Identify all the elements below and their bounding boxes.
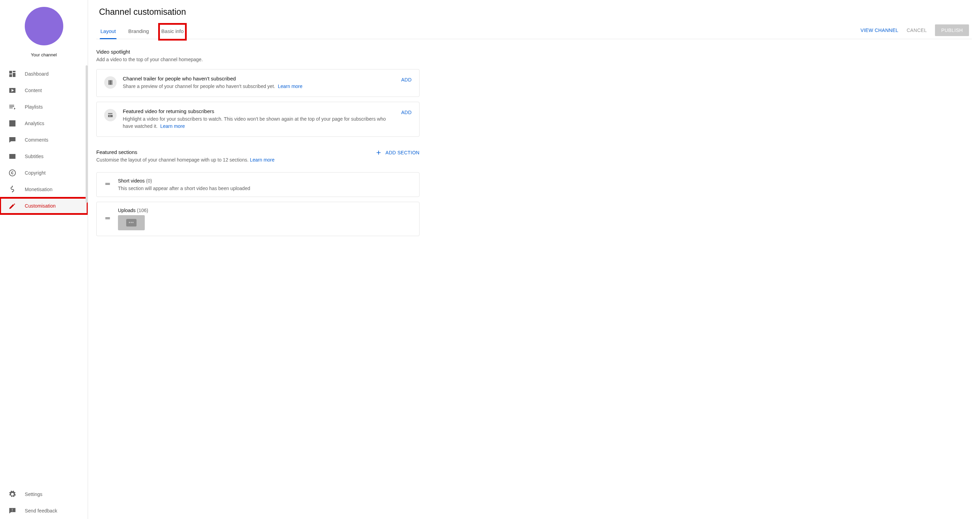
card-title: Channel trailer for people who haven't s… bbox=[123, 76, 395, 81]
dashboard-icon bbox=[8, 70, 16, 78]
spotlight-desc: Add a video to the top of your channel h… bbox=[96, 57, 420, 62]
main-content: Channel customisation Layout Branding Ba… bbox=[88, 0, 980, 519]
subtitles-icon bbox=[8, 152, 16, 160]
channel-section: Your channel bbox=[0, 0, 88, 66]
channel-label: Your channel bbox=[5, 52, 82, 57]
card-featured-video: Featured video for returning subscribers… bbox=[96, 102, 420, 137]
sidebar-item-label: Settings bbox=[25, 492, 42, 497]
featured-title: Featured sections bbox=[96, 149, 274, 155]
scrollbar[interactable] bbox=[86, 65, 88, 203]
view-channel-button[interactable]: VIEW CHANNEL bbox=[861, 27, 899, 33]
monetisation-icon bbox=[8, 185, 16, 194]
clapper-icon bbox=[104, 109, 116, 121]
featured-desc: Customise the layout of your channel hom… bbox=[96, 157, 274, 163]
content-area: Video spotlight Add a video to the top o… bbox=[96, 49, 420, 236]
learn-more-link[interactable]: Learn more bbox=[278, 84, 302, 89]
sidebar-item-label: Analytics bbox=[25, 121, 45, 126]
page-actions: VIEW CHANNEL CANCEL PUBLISH bbox=[861, 24, 972, 39]
sidebar-item-monetisation[interactable]: Monetisation bbox=[0, 181, 88, 198]
row-desc: This section will appear after a short v… bbox=[118, 186, 412, 191]
sidebar: Your channel Dashboard Content Playlists… bbox=[0, 0, 88, 519]
sidebar-item-label: Content bbox=[25, 88, 42, 93]
content-icon bbox=[8, 86, 16, 95]
sidebar-footer: Settings Send feedback bbox=[0, 486, 88, 519]
sidebar-item-analytics[interactable]: Analytics bbox=[0, 115, 88, 132]
customisation-icon bbox=[8, 202, 16, 210]
tabs: Layout Branding Basic info bbox=[99, 25, 185, 39]
sidebar-item-feedback[interactable]: Send feedback bbox=[0, 503, 88, 519]
sidebar-item-settings[interactable]: Settings bbox=[0, 486, 88, 503]
row-title: Short videos (0) bbox=[118, 178, 412, 184]
sidebar-item-dashboard[interactable]: Dashboard bbox=[0, 66, 88, 82]
sidebar-item-playlists[interactable]: Playlists bbox=[0, 98, 88, 115]
copyright-icon bbox=[8, 169, 16, 177]
drag-handle-icon[interactable] bbox=[104, 215, 111, 223]
topbar: Layout Branding Basic info VIEW CHANNEL … bbox=[96, 24, 972, 39]
sidebar-item-label: Playlists bbox=[25, 104, 43, 110]
video-thumbnail[interactable]: ••• bbox=[118, 215, 145, 230]
featured-header: Featured sections Customise the layout o… bbox=[96, 149, 420, 170]
sidebar-nav: Dashboard Content Playlists Analytics Co… bbox=[0, 66, 88, 486]
cancel-button[interactable]: CANCEL bbox=[907, 27, 927, 33]
sidebar-item-label: Send feedback bbox=[25, 508, 57, 514]
publish-button: PUBLISH bbox=[935, 24, 969, 36]
avatar[interactable] bbox=[25, 7, 63, 45]
sidebar-item-content[interactable]: Content bbox=[0, 82, 88, 98]
feedback-icon bbox=[8, 506, 16, 515]
film-icon bbox=[104, 76, 116, 89]
tab-branding[interactable]: Branding bbox=[127, 25, 150, 39]
learn-more-link[interactable]: Learn more bbox=[160, 124, 185, 129]
sidebar-item-label: Monetisation bbox=[25, 187, 52, 192]
add-trailer-button[interactable]: ADD bbox=[401, 76, 412, 83]
row-title: Uploads (106) bbox=[118, 208, 412, 213]
sidebar-item-label: Dashboard bbox=[25, 71, 48, 77]
comments-icon bbox=[8, 136, 16, 144]
add-featured-video-button[interactable]: ADD bbox=[401, 108, 412, 115]
card-title: Featured video for returning subscribers bbox=[123, 108, 395, 114]
card-desc: Share a preview of your channel for peop… bbox=[123, 83, 395, 90]
analytics-icon bbox=[8, 119, 16, 127]
svg-point-0 bbox=[9, 170, 16, 176]
sidebar-item-customisation[interactable]: Customisation bbox=[0, 198, 88, 214]
section-row-short-videos: Short videos (0) This section will appea… bbox=[96, 172, 420, 197]
section-row-uploads: Uploads (106) ••• bbox=[96, 202, 420, 236]
drag-handle-icon[interactable] bbox=[104, 181, 111, 189]
tab-basic-info[interactable]: Basic info bbox=[160, 25, 185, 39]
card-channel-trailer: Channel trailer for people who haven't s… bbox=[96, 69, 420, 97]
playlists-icon bbox=[8, 103, 16, 111]
sidebar-item-comments[interactable]: Comments bbox=[0, 132, 88, 148]
card-desc: Highlight a video for your subscribers t… bbox=[123, 116, 395, 130]
sidebar-item-label: Copyright bbox=[25, 170, 46, 176]
learn-more-link[interactable]: Learn more bbox=[250, 157, 275, 163]
add-section-button[interactable]: ADD SECTION bbox=[375, 149, 420, 156]
plus-icon bbox=[375, 149, 382, 156]
sidebar-item-subtitles[interactable]: Subtitles bbox=[0, 148, 88, 165]
page-title: Channel customisation bbox=[99, 7, 972, 17]
settings-icon bbox=[8, 490, 16, 498]
spotlight-title: Video spotlight bbox=[96, 49, 420, 55]
tab-layout[interactable]: Layout bbox=[99, 25, 117, 39]
sidebar-item-copyright[interactable]: Copyright bbox=[0, 165, 88, 181]
sidebar-item-label: Comments bbox=[25, 137, 48, 143]
sidebar-item-label: Subtitles bbox=[25, 154, 44, 159]
sidebar-item-label: Customisation bbox=[25, 203, 56, 209]
